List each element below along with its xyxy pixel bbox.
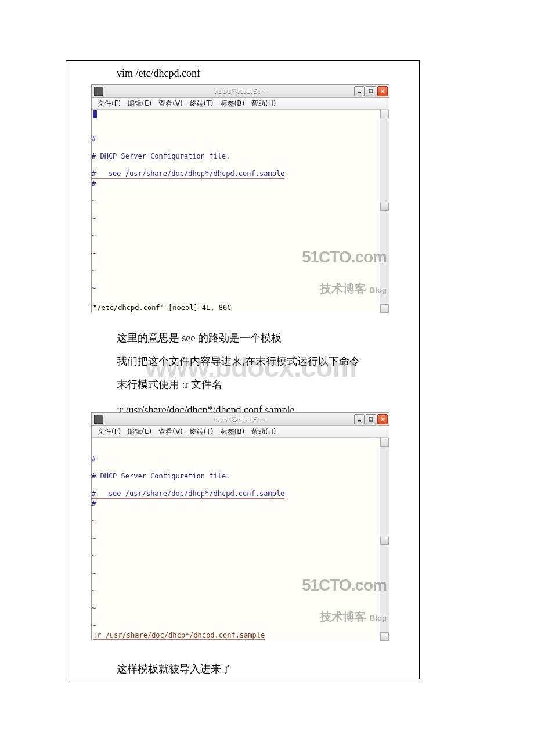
code-line: # (92, 134, 389, 143)
titlebar[interactable]: root@rhel5:~ ✕ (92, 85, 389, 98)
scrollbar[interactable] (380, 110, 389, 313)
code-line: # DHCP Server Configuration file. (92, 152, 389, 161)
menu-tabs[interactable]: 标签(B) (218, 426, 247, 437)
menubar: 文件(F) 编辑(E) 查看(V) 终端(T) 标签(B) 帮助(H) (92, 98, 389, 110)
menu-help[interactable]: 帮助(H) (249, 98, 278, 109)
tilde-line: ~ (92, 283, 389, 293)
code-line: # (92, 499, 389, 508)
menu-file[interactable]: 文件(F) (95, 98, 123, 109)
cmd-line: vim /etc/dhcpd.conf (117, 66, 200, 80)
tilde-line: ~ (92, 534, 389, 543)
menu-help[interactable]: 帮助(H) (249, 426, 278, 437)
menu-tabs[interactable]: 标签(B) (218, 98, 247, 109)
svg-rect-0 (358, 92, 361, 93)
window-title: root@rhel5:~ (92, 87, 389, 95)
menu-view[interactable]: 查看(V) (156, 98, 185, 109)
scroll-thumb[interactable] (380, 537, 389, 545)
tilde-line: ~ (92, 214, 389, 223)
scroll-down-button[interactable] (380, 304, 389, 313)
close-icon: ✕ (380, 88, 385, 95)
scrollbar[interactable] (380, 438, 389, 641)
tilde-line: ~ (92, 603, 389, 613)
code-line: # see /usr/share/doc/dhcp*/dhcpd.conf.sa… (92, 169, 284, 179)
svg-rect-1 (369, 89, 373, 93)
code-line: # (92, 454, 389, 463)
tilde-line: ~ (92, 266, 389, 275)
scroll-up-button[interactable] (380, 438, 389, 447)
code-line: # DHCP Server Configuration file. (92, 471, 389, 481)
maximize-button[interactable] (366, 86, 376, 96)
vim-status-line: "/etc/dhcpd.conf" [noeol] 4L, 86C (93, 304, 231, 312)
tilde-line: ~ (92, 231, 389, 240)
terminal-window-2: root@rhel5:~ ✕ 文件(F) 编辑(E) 查看(V) 终端(T) 标… (91, 412, 389, 640)
scroll-thumb[interactable] (380, 203, 389, 211)
scroll-down-button[interactable] (380, 632, 389, 641)
tilde-line: ~ (92, 551, 389, 560)
para-5: 这样模板就被导入进来了 (117, 662, 232, 676)
terminal-body[interactable]: # # DHCP Server Configuration file. # se… (92, 110, 389, 313)
window-title: root@rhel5:~ (92, 415, 389, 423)
tilde-line: ~ (92, 196, 389, 206)
tilde-line: ~ (92, 249, 389, 258)
para-2: 我们把这个文件内容导进来,在末行模式运行以下命令 (117, 354, 360, 368)
svg-rect-3 (369, 417, 373, 421)
minimize-button[interactable] (354, 86, 365, 96)
code-line: # see /usr/share/doc/dhcp*/dhcpd.conf.sa… (92, 489, 284, 499)
close-button[interactable]: ✕ (377, 414, 388, 424)
cursor (93, 110, 97, 118)
svg-rect-2 (358, 420, 361, 422)
terminal-body[interactable]: # # DHCP Server Configuration file. # se… (92, 438, 389, 641)
para-3: 末行模式使用 :r 文件名 (117, 377, 222, 391)
menu-view[interactable]: 查看(V) (156, 426, 185, 437)
tilde-line: ~ (92, 568, 389, 578)
scroll-up-button[interactable] (380, 110, 389, 118)
vim-command-line: :r /usr/share/doc/dhcp*/dhcpd.conf.sampl… (93, 631, 265, 640)
tilde-line: ~ (92, 516, 389, 525)
titlebar[interactable]: root@rhel5:~ ✕ (92, 413, 389, 426)
tilde-line: ~ (92, 586, 389, 595)
para-1: 这里的意思是 see 的路劲是一个模板 (117, 331, 282, 345)
menu-terminal[interactable]: 终端(T) (187, 98, 216, 109)
minimize-button[interactable] (354, 414, 365, 424)
close-icon: ✕ (380, 416, 385, 423)
maximize-button[interactable] (366, 414, 376, 424)
tilde-line: ~ (92, 621, 389, 630)
code-line: # (92, 179, 389, 188)
menu-edit[interactable]: 编辑(E) (125, 426, 154, 437)
close-button[interactable]: ✕ (377, 86, 388, 96)
menu-terminal[interactable]: 终端(T) (187, 426, 216, 437)
terminal-window-1: root@rhel5:~ ✕ 文件(F) 编辑(E) 查看(V) 终端(T) 标… (91, 84, 389, 312)
menu-edit[interactable]: 编辑(E) (125, 98, 154, 109)
menubar: 文件(F) 编辑(E) 查看(V) 终端(T) 标签(B) 帮助(H) (92, 426, 389, 438)
menu-file[interactable]: 文件(F) (95, 426, 123, 437)
